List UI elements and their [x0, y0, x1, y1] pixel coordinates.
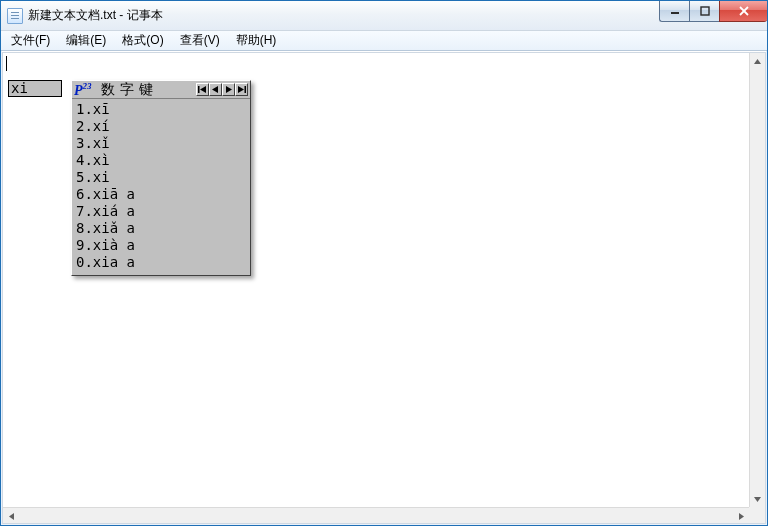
close-button[interactable]	[719, 1, 767, 22]
client-area: xi P23 数字键	[2, 52, 766, 524]
maximize-icon	[700, 6, 710, 16]
ime-header: P23 数字键	[72, 81, 250, 99]
text-caret	[6, 56, 7, 71]
ime-nav	[196, 83, 248, 96]
minimize-button[interactable]	[659, 1, 689, 22]
ime-composition-text: xi	[11, 80, 28, 96]
ime-candidate-item[interactable]: 5.xi	[76, 169, 246, 186]
ime-candidate-item[interactable]: 4.xì	[76, 152, 246, 169]
minimize-icon	[670, 6, 680, 16]
ime-candidate-item[interactable]: 6.xiā a	[76, 186, 246, 203]
scroll-right-button[interactable]	[733, 508, 749, 524]
scroll-up-button[interactable]	[750, 53, 765, 69]
ime-next-button[interactable]	[222, 83, 235, 96]
chevron-up-icon	[753, 57, 762, 66]
menu-view[interactable]: 查看(V)	[172, 30, 228, 51]
window-buttons	[659, 1, 767, 22]
chevron-right-icon	[737, 512, 746, 521]
svg-marker-10	[754, 59, 761, 64]
menu-format[interactable]: 格式(O)	[114, 30, 171, 51]
svg-marker-8	[238, 86, 244, 93]
svg-marker-12	[9, 513, 14, 520]
scroll-corner	[749, 507, 765, 523]
menubar: 文件(F) 编辑(E) 格式(O) 查看(V) 帮助(H)	[1, 31, 767, 51]
ime-candidate-item[interactable]: 1.xī	[76, 101, 246, 118]
ime-candidate-list: 1.xī2.xí3.xǐ4.xì5.xi6.xiā a7.xiá a8.xiǎ …	[72, 99, 250, 275]
ime-candidate-item[interactable]: 8.xiǎ a	[76, 220, 246, 237]
close-icon	[738, 6, 750, 16]
ime-candidate-item[interactable]: 7.xiá a	[76, 203, 246, 220]
app-icon	[7, 8, 23, 24]
ime-candidate-item[interactable]: 2.xí	[76, 118, 246, 135]
next-icon	[224, 85, 233, 94]
chevron-left-icon	[7, 512, 16, 521]
prev-icon	[211, 85, 220, 94]
window-title: 新建文本文档.txt - 记事本	[28, 7, 163, 24]
svg-marker-7	[226, 86, 232, 93]
ime-first-button[interactable]	[196, 83, 209, 96]
ime-prev-button[interactable]	[209, 83, 222, 96]
svg-rect-1	[701, 7, 709, 15]
menu-file[interactable]: 文件(F)	[3, 30, 58, 51]
scroll-down-button[interactable]	[750, 491, 765, 507]
last-icon	[237, 85, 246, 94]
vertical-scrollbar[interactable]	[749, 53, 765, 507]
ime-candidate-window[interactable]: P23 数字键 1.xī2.xí3.xǐ4	[71, 80, 251, 276]
svg-marker-11	[754, 497, 761, 502]
menu-help[interactable]: 帮助(H)	[228, 30, 285, 51]
svg-marker-5	[200, 86, 206, 93]
ime-candidate-item[interactable]: 9.xià a	[76, 237, 246, 254]
svg-marker-13	[739, 513, 744, 520]
scroll-left-button[interactable]	[3, 508, 19, 524]
app-window: 新建文本文档.txt - 记事本 文件(F) 编辑(E) 格式(O) 查看(V)…	[0, 0, 768, 526]
ime-candidate-item[interactable]: 3.xǐ	[76, 135, 246, 152]
horizontal-scrollbar[interactable]	[3, 507, 749, 523]
chevron-down-icon	[753, 495, 762, 504]
svg-rect-0	[671, 12, 679, 14]
ime-mode-label: 数字键	[95, 81, 196, 99]
svg-rect-9	[245, 86, 247, 93]
first-icon	[198, 85, 207, 94]
svg-rect-4	[198, 86, 200, 93]
ime-composition-box[interactable]: xi	[8, 80, 62, 97]
ime-candidate-item[interactable]: 0.xia a	[76, 254, 246, 271]
titlebar[interactable]: 新建文本文档.txt - 记事本	[1, 1, 767, 31]
ime-logo: P23	[74, 81, 92, 99]
ime-last-button[interactable]	[235, 83, 248, 96]
menu-edit[interactable]: 编辑(E)	[58, 30, 114, 51]
maximize-button[interactable]	[689, 1, 719, 22]
svg-marker-6	[212, 86, 218, 93]
